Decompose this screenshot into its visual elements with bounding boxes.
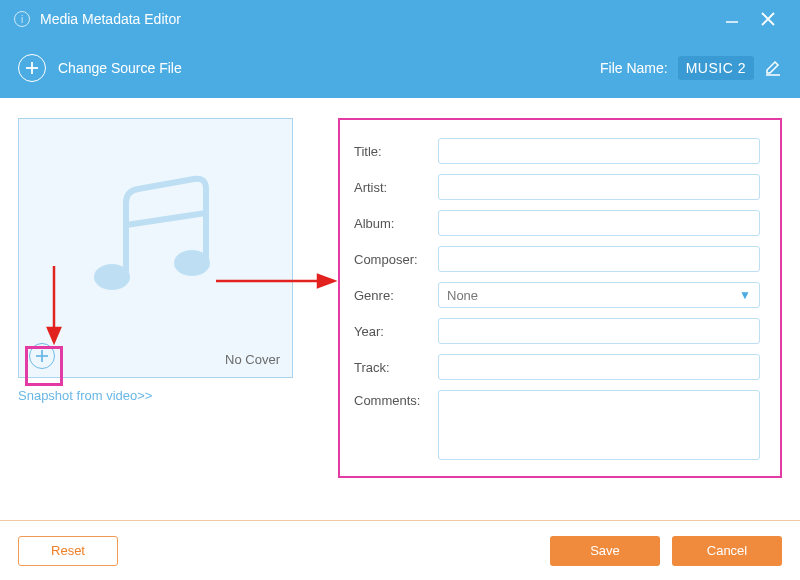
cancel-button[interactable]: Cancel: [672, 536, 782, 566]
add-cover-button[interactable]: [27, 341, 57, 371]
no-cover-label: No Cover: [225, 352, 280, 367]
file-name-label: File Name:: [600, 60, 668, 76]
cover-preview: No Cover: [18, 118, 293, 378]
comments-label: Comments:: [354, 390, 438, 408]
music-note-icon: [76, 173, 236, 323]
title-bar: i Media Metadata Editor: [0, 0, 800, 38]
svg-point-8: [174, 250, 210, 276]
minimize-button[interactable]: [714, 1, 750, 37]
title-input[interactable]: [438, 138, 760, 164]
album-input[interactable]: [438, 210, 760, 236]
composer-label: Composer:: [354, 252, 438, 267]
edit-filename-button[interactable]: [764, 59, 782, 77]
pencil-icon: [764, 59, 782, 77]
change-source-label: Change Source File: [58, 60, 182, 76]
svg-point-7: [94, 264, 130, 290]
track-label: Track:: [354, 360, 438, 375]
snapshot-from-video-link[interactable]: Snapshot from video>>: [18, 388, 298, 403]
plus-circle-icon: [29, 343, 55, 369]
genre-label: Genre:: [354, 288, 438, 303]
svg-line-6: [126, 213, 206, 225]
close-button[interactable]: [750, 1, 786, 37]
album-label: Album:: [354, 216, 438, 231]
file-name-value: MUSIC 2: [678, 56, 754, 80]
genre-select[interactable]: None ▼: [438, 282, 760, 308]
year-input[interactable]: [438, 318, 760, 344]
metadata-form: Title: Artist: Album: Composer: Genre: N…: [338, 118, 782, 478]
info-icon: i: [14, 11, 30, 27]
title-label: Title:: [354, 144, 438, 159]
save-button[interactable]: Save: [550, 536, 660, 566]
chevron-down-icon: ▼: [739, 288, 751, 302]
composer-input[interactable]: [438, 246, 760, 272]
artist-input[interactable]: [438, 174, 760, 200]
artist-label: Artist:: [354, 180, 438, 195]
track-input[interactable]: [438, 354, 760, 380]
change-source-button[interactable]: Change Source File: [18, 54, 182, 82]
plus-circle-icon: [18, 54, 46, 82]
comments-input[interactable]: [438, 390, 760, 460]
year-label: Year:: [354, 324, 438, 339]
genre-value: None: [447, 288, 478, 303]
toolbar: Change Source File File Name: MUSIC 2: [0, 38, 800, 98]
footer: Reset Save Cancel: [0, 520, 800, 580]
window-title: Media Metadata Editor: [40, 11, 181, 27]
reset-button[interactable]: Reset: [18, 536, 118, 566]
